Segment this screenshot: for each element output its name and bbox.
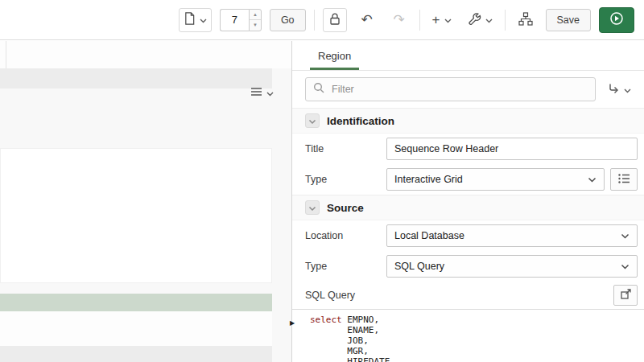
redo-icon: ↷: [393, 13, 404, 27]
open-code-editor-button[interactable]: [613, 285, 638, 306]
field-row-source-type: Type SQL Query: [292, 255, 644, 278]
filter-input-wrap: [305, 77, 596, 101]
page-selector-button[interactable]: [179, 8, 212, 32]
field-control: Interactive Grid: [386, 168, 638, 191]
shared-components-icon: [518, 12, 533, 28]
create-menu-button[interactable]: +: [428, 8, 456, 32]
section-source-header: Source: [292, 195, 644, 220]
location-value: Local Database: [394, 230, 464, 241]
layout-pane: [0, 41, 291, 362]
sql-code-line: HIREDATE: [310, 356, 644, 362]
chevron-down-icon: [588, 174, 597, 185]
utilities-menu-button[interactable]: [464, 8, 497, 32]
chevron-down-icon: [485, 14, 493, 26]
location-select[interactable]: Local Database: [386, 224, 638, 247]
field-row-type: Type Interactive Grid: [292, 168, 644, 191]
layout-region-block[interactable]: [0, 311, 272, 346]
page-number-input[interactable]: [220, 9, 249, 31]
toolbar: ▲ ▼ Go ↶ ↷ + Save: [0, 0, 644, 40]
undo-icon: ↶: [361, 13, 372, 27]
field-row-title: Title: [292, 138, 644, 160]
filter-input[interactable]: [330, 83, 588, 96]
property-groups: Identification Title Type Interactive Gr…: [292, 108, 644, 362]
sql-code-line: JOB,: [310, 335, 644, 346]
goto-arrow-icon: [608, 83, 620, 97]
toolbar-separator: [314, 10, 315, 31]
tab-region[interactable]: Region: [310, 41, 359, 70]
layout-region-bar[interactable]: [0, 68, 272, 88]
chevron-down-icon: [444, 14, 452, 26]
sql-code-line: MGR,: [310, 346, 644, 356]
field-control: SQL Query: [386, 255, 638, 278]
layout-region-block[interactable]: [0, 148, 272, 283]
tab-bar: Region: [292, 41, 644, 71]
tab-region-label: Region: [318, 50, 351, 62]
lock-icon: [328, 12, 341, 28]
page-number-spinner: ▲ ▼: [220, 9, 262, 31]
field-label-type: Type: [305, 174, 386, 185]
section-identification-title: Identification: [327, 115, 394, 127]
component-settings-button[interactable]: [610, 168, 638, 191]
sql-code-text: EMPNO,: [342, 315, 379, 325]
spinner-down-button[interactable]: ▼: [250, 20, 261, 31]
section-source-title: Source: [327, 202, 364, 214]
field-label-location: Location: [305, 230, 386, 241]
spinner-up-icon: ▲: [253, 12, 258, 17]
layout-region-bar[interactable]: [0, 346, 272, 362]
chevron-down-icon: [308, 115, 316, 127]
page-icon: [184, 11, 196, 28]
search-icon: [313, 82, 324, 97]
run-button[interactable]: [599, 7, 634, 33]
shared-components-button[interactable]: [514, 8, 538, 32]
splitter-collapse-handle[interactable]: ▶: [287, 314, 297, 331]
sql-code-editor[interactable]: select EMPNO, ENAME, JOB, MGR, HIREDATE: [292, 309, 644, 362]
layout-top-strip: [0, 41, 291, 68]
undo-button[interactable]: ↶: [355, 8, 379, 32]
field-row-location: Location Local Database: [292, 224, 644, 247]
spinner-down-icon: ▼: [253, 23, 258, 27]
field-control: Local Database: [386, 224, 638, 247]
chevron-down-icon: [621, 230, 630, 241]
sql-query-label-row: SQL Query: [292, 282, 644, 309]
region-type-select[interactable]: Interactive Grid: [386, 168, 605, 191]
region-type-value: Interactive Grid: [394, 174, 463, 185]
plus-icon: +: [432, 13, 440, 27]
active-tab-underline: [310, 68, 359, 70]
save-button[interactable]: Save: [546, 9, 592, 31]
sql-keyword: select: [310, 315, 342, 325]
chevron-down-icon: [621, 261, 630, 272]
source-type-select[interactable]: SQL Query: [386, 255, 638, 278]
toolbar-separator: [505, 10, 506, 31]
chevron-down-icon: [266, 85, 274, 100]
filter-row: [292, 71, 644, 108]
spinner-buttons: ▲ ▼: [249, 9, 262, 31]
spinner-up-button[interactable]: ▲: [250, 10, 261, 21]
chevron-down-icon: [624, 84, 631, 96]
splitter-arrow-icon: ▶: [290, 319, 295, 327]
chevron-down-icon: [200, 14, 207, 26]
field-control: [386, 138, 638, 160]
goto-menu-button[interactable]: [601, 77, 638, 101]
chevron-down-icon: [308, 202, 316, 214]
source-type-value: SQL Query: [394, 261, 444, 272]
collapse-source-button[interactable]: [305, 200, 320, 215]
sql-code-line: ENAME,: [310, 325, 644, 335]
title-input[interactable]: [386, 138, 638, 160]
go-button[interactable]: Go: [270, 9, 306, 31]
wrench-icon: [468, 12, 481, 28]
field-label-title: Title: [305, 143, 386, 154]
redo-button[interactable]: ↷: [387, 8, 411, 32]
sql-code-line: select EMPNO,: [310, 315, 644, 325]
toolbar-separator: [419, 10, 420, 31]
layout-menu-button[interactable]: [250, 85, 274, 100]
field-label-source-type: Type: [305, 261, 386, 272]
field-label-sql-query: SQL Query: [305, 290, 355, 301]
list-icon: [617, 173, 630, 187]
section-identification-header: Identification: [292, 108, 644, 134]
lock-button[interactable]: [323, 8, 347, 32]
menu-icon: [250, 85, 262, 100]
collapse-identification-button[interactable]: [305, 113, 320, 128]
play-icon: [609, 11, 624, 28]
layout-selected-region-bar[interactable]: [0, 294, 272, 311]
open-editor-icon: [620, 288, 632, 302]
